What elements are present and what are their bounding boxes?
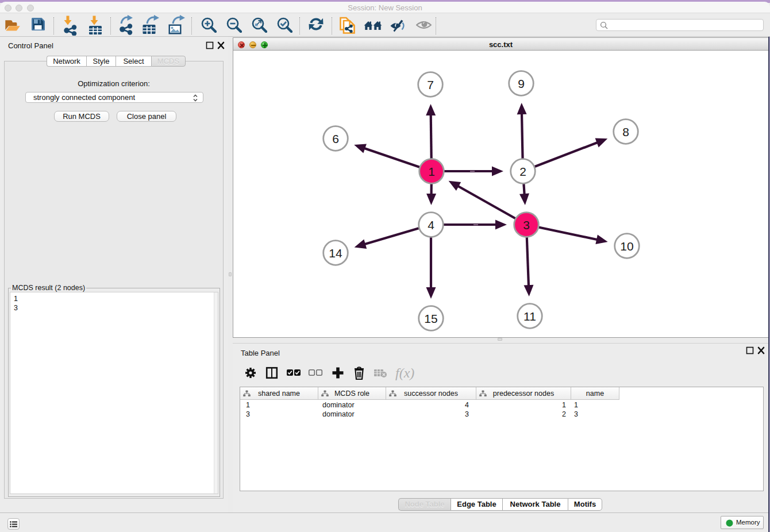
svg-text:9: 9	[518, 77, 525, 90]
svg-text:1: 1	[428, 165, 435, 178]
svg-text:3: 3	[523, 218, 530, 232]
svg-text:4: 4	[428, 218, 434, 232]
svg-text:6: 6	[332, 132, 339, 145]
svg-text:11: 11	[523, 310, 536, 323]
svg-text:2: 2	[519, 165, 526, 178]
svg-text:7: 7	[427, 78, 434, 91]
svg-text:14: 14	[329, 246, 342, 260]
svg-text:8: 8	[622, 125, 629, 138]
svg-text:10: 10	[620, 240, 633, 253]
svg-text:15: 15	[424, 312, 437, 325]
